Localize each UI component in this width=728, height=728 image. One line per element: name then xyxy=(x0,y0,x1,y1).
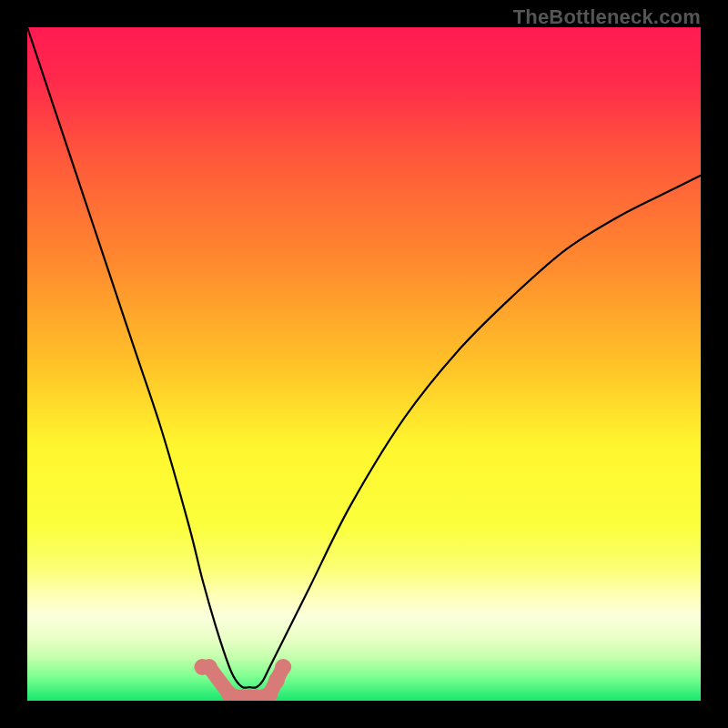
plot-area xyxy=(27,27,701,701)
marker-dot xyxy=(201,659,217,675)
marker-dot xyxy=(275,659,291,675)
curve-svg xyxy=(27,27,701,701)
bottleneck-curve xyxy=(27,27,701,688)
chart-frame: TheBottleneck.com xyxy=(0,0,728,728)
watermark-text: TheBottleneck.com xyxy=(513,5,701,29)
green-range-markers xyxy=(194,659,291,701)
